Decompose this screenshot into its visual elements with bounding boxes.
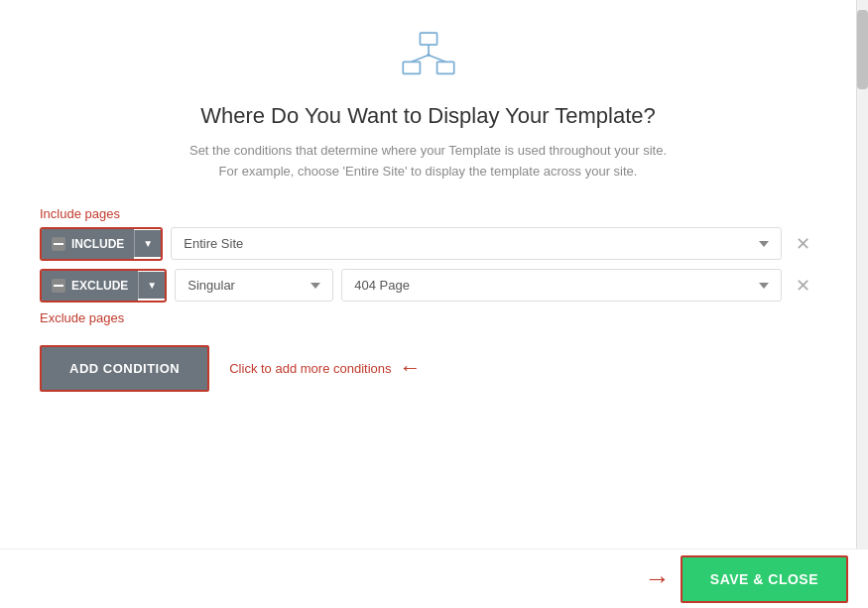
exclude-dropdown-arrow[interactable]: ▼ xyxy=(138,272,165,299)
include-condition-row: INCLUDE ▼ Entire Site Singular Archive 4… xyxy=(40,227,816,261)
svg-rect-2 xyxy=(436,61,453,73)
exclude-pages-label: Exclude pages xyxy=(40,310,816,325)
content-area: Where Do You Want to Display Your Templa… xyxy=(0,0,856,608)
include-type-button[interactable]: INCLUDE ▼ xyxy=(40,227,163,261)
exclude-label: EXCLUDE xyxy=(71,279,128,293)
footer: → SAVE & CLOSE xyxy=(0,548,868,608)
description-line1: Set the conditions that determine where … xyxy=(189,143,667,158)
exclude-type-main[interactable]: EXCLUDE xyxy=(42,271,138,301)
include-pages-label: Include pages xyxy=(40,206,816,221)
save-close-area: → SAVE & CLOSE xyxy=(645,555,848,603)
scrollbar-thumb[interactable] xyxy=(857,10,868,89)
hint-text: Click to add more conditions xyxy=(229,361,391,376)
page-title: Where Do You Want to Display Your Templa… xyxy=(40,103,816,129)
add-condition-hint: Click to add more conditions ← xyxy=(229,355,421,381)
minus-icon xyxy=(52,237,65,251)
svg-rect-1 xyxy=(403,61,420,73)
description-line2: For example, choose 'Entire Site' to dis… xyxy=(219,164,638,179)
include-label: INCLUDE xyxy=(71,237,124,251)
minus-icon-2 xyxy=(52,279,65,293)
save-arrow-icon: → xyxy=(645,563,671,594)
include-page-select[interactable]: Entire Site Singular Archive 404 Page xyxy=(171,227,782,260)
icon-container xyxy=(40,30,816,83)
svg-point-6 xyxy=(427,54,430,57)
include-type-main[interactable]: INCLUDE xyxy=(42,229,134,259)
exclude-type-select[interactable]: Singular Archive Front Page xyxy=(175,269,333,302)
exclude-condition-row: EXCLUDE ▼ Singular Archive Front Page 40… xyxy=(40,269,816,303)
save-close-button[interactable]: SAVE & CLOSE xyxy=(681,555,848,603)
svg-rect-0 xyxy=(420,33,436,45)
include-remove-button[interactable]: ✕ xyxy=(790,231,816,257)
include-dropdown-arrow[interactable]: ▼ xyxy=(134,230,161,257)
exclude-type-button[interactable]: EXCLUDE ▼ xyxy=(40,269,167,303)
add-condition-button[interactable]: ADD CONDITION xyxy=(40,345,209,392)
page-description: Set the conditions that determine where … xyxy=(40,141,816,182)
scrollbar[interactable] xyxy=(856,0,868,608)
svg-line-5 xyxy=(429,55,445,61)
arrow-left-icon: ← xyxy=(400,355,422,381)
exclude-remove-button[interactable]: ✕ xyxy=(790,273,816,299)
svg-line-4 xyxy=(411,55,428,61)
main-container: Where Do You Want to Display Your Templa… xyxy=(0,0,868,608)
exclude-page-select[interactable]: 404 Page Home About Contact xyxy=(341,269,782,302)
network-icon xyxy=(399,30,458,83)
add-condition-area: ADD CONDITION Click to add more conditio… xyxy=(40,345,816,392)
